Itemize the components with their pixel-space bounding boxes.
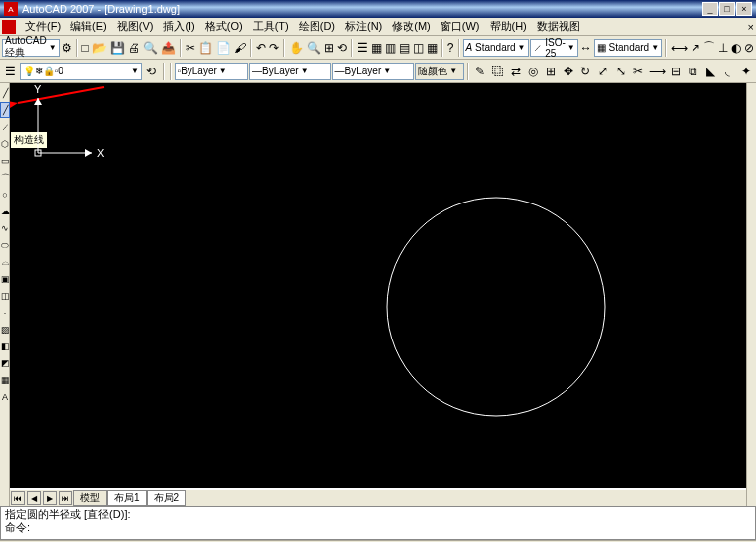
move-icon[interactable]: ✥ bbox=[560, 62, 576, 81]
region-icon[interactable]: ◩ bbox=[0, 355, 10, 371]
layer-manager-icon[interactable]: ☰ bbox=[2, 62, 19, 81]
menu-insert[interactable]: 插入(I) bbox=[158, 19, 199, 34]
pan-icon[interactable]: ✋ bbox=[288, 38, 305, 58]
menu-file[interactable]: 文件(F) bbox=[20, 19, 65, 34]
menu-edit[interactable]: 编辑(E) bbox=[65, 19, 112, 34]
offset-icon[interactable]: ◎ bbox=[525, 62, 542, 81]
tab-layout1[interactable]: 布局1 bbox=[107, 490, 147, 506]
menu-modify[interactable]: 修改(M) bbox=[387, 19, 436, 34]
quickcalc-icon[interactable]: ▦ bbox=[426, 38, 439, 58]
redo-icon[interactable]: ↷ bbox=[268, 38, 280, 58]
xline-icon[interactable]: ╱ bbox=[0, 102, 10, 118]
tab-last-icon[interactable]: ⏭ bbox=[59, 491, 72, 505]
menu-tools[interactable]: 工具(T) bbox=[248, 19, 294, 34]
properties-icon[interactable]: ☰ bbox=[356, 38, 369, 58]
dim-linear-icon[interactable]: ⟷ bbox=[670, 38, 689, 58]
paste-icon[interactable]: 📄 bbox=[215, 38, 232, 58]
dimstyle-combo[interactable]: ⟋ ISO-25▼ bbox=[530, 39, 578, 57]
drawing-canvas[interactable]: 构造线 X Y bbox=[10, 83, 746, 488]
zoom-previous-icon[interactable]: ⟲ bbox=[336, 38, 348, 58]
fillet-icon[interactable]: ◟ bbox=[720, 62, 737, 81]
publish-icon[interactable]: 📤 bbox=[160, 38, 177, 58]
menu-dimension[interactable]: 标注(N) bbox=[340, 19, 387, 34]
design-center-icon[interactable]: ▦ bbox=[370, 38, 383, 58]
break-icon[interactable]: ⊟ bbox=[668, 62, 685, 81]
mtext-icon[interactable]: A bbox=[0, 389, 10, 405]
linetype-combo[interactable]: — ByLayer▼ bbox=[249, 63, 331, 80]
close-button[interactable]: × bbox=[736, 2, 752, 16]
sheet-set-icon[interactable]: ▤ bbox=[398, 38, 411, 58]
dim-diameter-icon[interactable]: ⊘ bbox=[743, 38, 755, 58]
save-icon[interactable]: 💾 bbox=[109, 38, 126, 58]
trim-icon[interactable]: ✂ bbox=[630, 62, 647, 81]
revcloud-icon[interactable]: ☁ bbox=[0, 203, 10, 219]
erase-icon[interactable]: ✎ bbox=[472, 62, 489, 81]
dim-aligned-icon[interactable]: ↗ bbox=[690, 38, 701, 58]
plotstyle-combo[interactable]: 随颜色▼ bbox=[415, 63, 464, 80]
rotate-icon[interactable]: ↻ bbox=[577, 62, 594, 81]
lineweight-combo[interactable]: — ByLayer▼ bbox=[332, 63, 415, 80]
maximize-button[interactable]: □ bbox=[719, 2, 735, 16]
tab-first-icon[interactable]: ⏮ bbox=[11, 491, 25, 505]
scale-icon[interactable]: ⤢ bbox=[595, 62, 612, 81]
explode-icon[interactable]: ✦ bbox=[737, 62, 754, 81]
tablestyle-combo[interactable]: ▦ Standard▼ bbox=[594, 39, 662, 57]
tab-layout2[interactable]: 布局2 bbox=[147, 490, 187, 506]
color-combo[interactable]: ▫ ByLayer▼ bbox=[175, 63, 248, 80]
arc-icon[interactable]: ⌒ bbox=[0, 170, 10, 186]
polygon-icon[interactable]: ⬡ bbox=[0, 136, 10, 152]
match-props-icon[interactable]: 🖌 bbox=[233, 38, 247, 58]
point-icon[interactable]: · bbox=[0, 305, 10, 321]
new-icon[interactable]: □ bbox=[81, 38, 90, 58]
dim-radius-icon[interactable]: ◐ bbox=[730, 38, 742, 58]
mirror-icon[interactable]: ⇄ bbox=[507, 62, 524, 81]
workspace-settings-icon[interactable]: ⚙ bbox=[61, 38, 73, 58]
gradient-icon[interactable]: ◧ bbox=[0, 339, 10, 354]
hatch-icon[interactable]: ▨ bbox=[0, 322, 10, 338]
tab-model[interactable]: 模型 bbox=[73, 490, 107, 506]
undo-icon[interactable]: ↶ bbox=[255, 38, 267, 58]
zoom-realtime-icon[interactable]: 🔍 bbox=[306, 38, 322, 58]
menu-dataview[interactable]: 数据视图 bbox=[532, 19, 585, 34]
open-icon[interactable]: 📂 bbox=[91, 38, 108, 58]
tab-prev-icon[interactable]: ◀ bbox=[27, 491, 41, 505]
markup-icon[interactable]: ◫ bbox=[412, 38, 425, 58]
print-icon[interactable]: 🖨 bbox=[127, 38, 141, 58]
array-icon[interactable]: ⊞ bbox=[543, 62, 560, 81]
menu-help[interactable]: 帮助(H) bbox=[485, 19, 532, 34]
textstyle-combo[interactable]: A Standard▼ bbox=[463, 39, 529, 57]
menu-window[interactable]: 窗口(W) bbox=[436, 19, 485, 34]
table-icon[interactable]: ▦ bbox=[0, 372, 10, 388]
polyline-icon[interactable]: ⟋ bbox=[0, 119, 10, 135]
menu-format[interactable]: 格式(O) bbox=[200, 19, 248, 34]
chamfer-icon[interactable]: ◣ bbox=[702, 62, 719, 81]
minimize-button[interactable]: _ bbox=[702, 2, 718, 16]
workspace-combo[interactable]: AutoCAD 经典▼ bbox=[2, 39, 60, 57]
copy-object-icon[interactable]: ⿻ bbox=[490, 62, 507, 81]
make-block-icon[interactable]: ◫ bbox=[0, 288, 10, 304]
ellipse-icon[interactable]: ⬭ bbox=[0, 237, 10, 253]
insert-block-icon[interactable]: ▣ bbox=[0, 271, 10, 287]
join-icon[interactable]: ⧉ bbox=[685, 62, 701, 81]
copy-icon[interactable]: 📋 bbox=[197, 38, 214, 58]
rectangle-icon[interactable]: ▭ bbox=[0, 153, 10, 169]
stretch-icon[interactable]: ⤡ bbox=[612, 62, 629, 81]
cut-icon[interactable]: ✂ bbox=[185, 38, 196, 58]
dim-icon[interactable]: ↔ bbox=[579, 38, 593, 58]
tab-next-icon[interactable]: ▶ bbox=[43, 491, 57, 505]
menu-draw[interactable]: 绘图(D) bbox=[294, 19, 340, 34]
zoom-window-icon[interactable]: ⊞ bbox=[323, 38, 335, 58]
plot-preview-icon[interactable]: 🔍 bbox=[142, 38, 159, 58]
line-icon[interactable]: ╱ bbox=[0, 85, 10, 101]
dim-arc-icon[interactable]: ⌒ bbox=[702, 38, 716, 58]
tool-palette-icon[interactable]: ▥ bbox=[384, 38, 397, 58]
menu-view[interactable]: 视图(V) bbox=[112, 19, 159, 34]
layer-combo[interactable]: 💡❄🔒▫ 0▼ bbox=[20, 63, 142, 80]
spline-icon[interactable]: ∿ bbox=[0, 220, 10, 236]
right-scroll[interactable] bbox=[746, 83, 756, 506]
dim-ordinate-icon[interactable]: ⊥ bbox=[717, 38, 729, 58]
help-icon[interactable]: ? bbox=[446, 38, 455, 58]
layer-previous-icon[interactable]: ⟲ bbox=[143, 62, 160, 81]
command-window[interactable]: 指定圆的半径或 [直径(D)]: 命令: bbox=[0, 506, 756, 540]
circle-icon[interactable]: ○ bbox=[0, 187, 10, 203]
